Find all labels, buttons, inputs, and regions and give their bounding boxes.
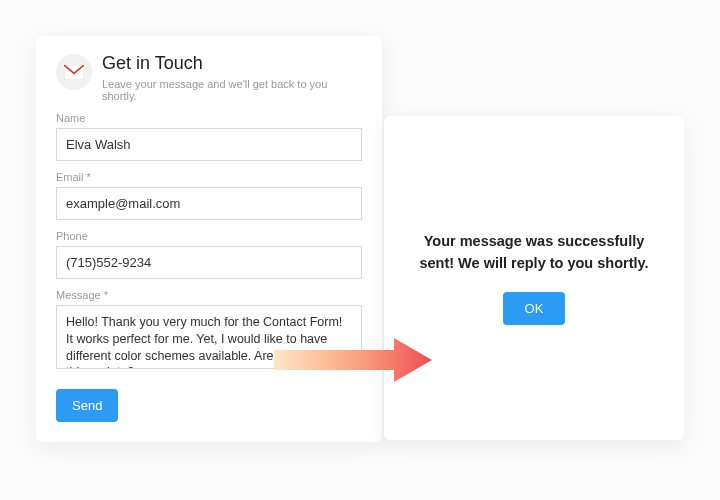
send-button[interactable]: Send <box>56 389 118 422</box>
form-header: Get in Touch Leave your message and we'l… <box>56 54 362 102</box>
confirmation-text: Your message was successfully sent! We w… <box>412 231 656 273</box>
ok-button[interactable]: OK <box>503 292 566 325</box>
phone-input[interactable] <box>56 246 362 279</box>
message-label: Message * <box>56 289 362 301</box>
phone-label: Phone <box>56 230 362 242</box>
form-title: Get in Touch <box>102 54 362 74</box>
confirmation-card: Your message was successfully sent! We w… <box>384 116 684 440</box>
email-input[interactable] <box>56 187 362 220</box>
email-label: Email * <box>56 171 362 183</box>
mail-icon <box>56 54 92 90</box>
name-label: Name <box>56 112 362 124</box>
form-subtitle: Leave your message and we'll get back to… <box>102 78 362 102</box>
svg-marker-1 <box>274 338 432 382</box>
transition-arrow-icon <box>274 336 434 384</box>
name-input[interactable] <box>56 128 362 161</box>
